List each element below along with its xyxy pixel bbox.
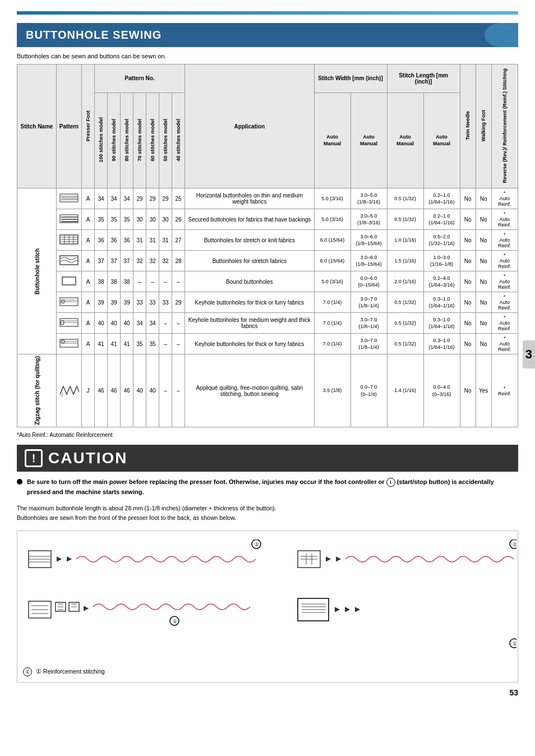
application-cell: Keyhole buttonholes for medium weight an… [185,313,315,334]
sl-auto-cell: 0.5 (1/32) [387,313,423,334]
rev-cell: * Auto Reinf. [491,230,518,251]
svg-text:▶: ▶ [326,555,331,563]
controller-icon: i [386,478,395,487]
pattern-num-cell: 46 [121,354,133,427]
col-40: 40 stitches model [172,93,185,188]
presser-cell: A [82,313,95,334]
svg-text:①: ① [173,619,177,624]
svg-text:▶: ▶ [355,605,361,613]
pattern-icon-cell [57,230,82,251]
pattern-num-cell: 39 [121,292,133,313]
diagram-area: ▶ ▶ ① ▶ ▶ ① ▶ ① [17,531,518,683]
table-row: A39393933333329Keyhole buttonholes for t… [17,292,518,313]
svg-text:▶: ▶ [67,555,72,563]
twin-cell: No [460,313,476,334]
pattern-num-cell: 29 [159,188,172,209]
sw-manual-header: AutoManual [350,93,387,188]
table-row: A36363631313127Buttonholes for stretch o… [17,230,518,251]
pattern-num-cell: – [159,271,172,292]
rev-cell: * Auto Reinf. [491,313,518,334]
sl-auto-cell: 2.0 (1/16) [387,271,423,292]
svg-text:▶: ▶ [57,555,62,563]
twin-cell: No [460,334,476,354]
rev-cell: * Auto Reinf. [491,292,518,313]
table-row: A37373732323228Buttonholes for stretch f… [17,251,518,271]
pattern-num-cell: – [159,334,172,354]
presser-cell: A [82,188,95,209]
pattern-num-cell: 34 [133,313,146,334]
application-cell: Horizontal buttonholes on thin and mediu… [185,188,315,209]
pattern-num-cell: 46 [95,354,108,427]
svg-text:▶: ▶ [336,555,342,563]
col-60: 60 stitches model [146,93,159,188]
col-100: 100 stitches model [95,93,108,188]
walk-cell: No [476,188,491,209]
presser-cell: A [82,251,95,271]
caution-title: CAUTION [48,449,128,467]
pattern-num-cell: 46 [108,354,121,427]
twin-cell: No [460,292,476,313]
pattern-icon-cell [57,292,82,313]
pattern-num-cell: 30 [133,209,146,230]
pattern-num-cell: 34 [146,313,159,334]
pattern-num-cell: 41 [95,334,108,354]
pattern-num-cell: 35 [108,209,121,230]
rev-cell: * Reinf. [491,354,518,427]
sl-auto-cell: 0.5 (1/32) [387,209,423,230]
sw-manual-cell: 3.0–7.0(1/8–1/4) [350,313,387,334]
caution-content: Be sure to turn off the main power befor… [17,477,518,497]
sl-auto-header: AutoManual [387,93,423,188]
table-row: A4141413535––Keyhole buttonholes for thi… [17,334,518,354]
col-header-walking: Walking Foot [476,64,491,188]
col-header-pattern: Pattern [57,64,82,188]
sl-auto-cell: 0.5 (1/32) [387,188,423,209]
twin-cell: No [460,209,476,230]
pattern-num-cell: – [172,334,185,354]
sw-auto-cell: 3.5 (1/8) [314,354,350,427]
chapter-tab: 3 [523,340,535,368]
pattern-num-cell: 35 [95,209,108,230]
sw-manual-cell: 0.0–6.0(0–15/64) [350,271,387,292]
sl-auto-cell: 0.5 (1/32) [387,334,423,354]
pattern-num-cell: 26 [172,209,185,230]
sl-manual-cell: 0.0–4.0(0–3/16) [423,354,460,427]
col-header-stitch-length: Stitch Length [mm (inch)] [387,64,460,93]
walk-cell: Yes [476,354,491,427]
application-cell: Keyhole buttonholes for thick or furry f… [185,292,315,313]
sw-manual-cell: 0.0–7.0(0–1/4) [350,354,387,427]
sw-manual-cell: 3.0–7.0(1/8–1/4) [350,292,387,313]
stitch-group-cell: Buttonhole stitch [17,188,57,354]
top-color-bar [17,11,518,15]
sw-manual-cell: 3.0–6.0(1/8–15/64) [350,251,387,271]
presser-cell: A [82,271,95,292]
col-50: 50 stitches model [159,93,172,188]
sw-manual-cell: 3.0–7.0(1/8–1/4) [350,334,387,354]
bottom-text: The maximum buttonhole length is about 2… [17,504,518,523]
presser-cell: A [82,209,95,230]
pattern-icon-cell [57,188,82,209]
walk-cell: No [476,251,491,271]
pattern-num-cell: 40 [146,354,159,427]
sw-manual-cell: 3.0–6.0(1/8–15/64) [350,230,387,251]
pattern-num-cell: 32 [159,251,172,271]
col-header-reverse: Reverse (Rev.)/ Reinforcement (Reinf.) S… [491,64,518,188]
sw-manual-cell: 3.0–5.0(1/8–3/16) [350,209,387,230]
pattern-icon-cell [57,334,82,354]
pattern-icon-cell [57,271,82,292]
sw-auto-cell: 7.0 (1/4) [314,292,350,313]
bullet-icon [17,479,22,485]
col-90: 90 stitches model [108,93,121,188]
rev-cell: * Auto Reinf. [491,209,518,230]
pattern-num-cell: 36 [95,230,108,251]
pattern-num-cell: 29 [172,292,185,313]
sw-auto-cell: 6.0 (15/64) [314,251,350,271]
walk-cell: No [476,271,491,292]
sw-auto-cell: 6.0 (15/64) [314,230,350,251]
header-decoration [485,23,518,47]
pattern-num-cell: – [172,354,185,427]
sl-manual-cell: 0.5–2.0(1/32–1/16) [423,230,460,251]
application-cell: Bound buttonholes [185,271,315,292]
diagram-svg: ▶ ▶ ① ▶ ▶ ① ▶ ① [23,540,516,663]
twin-cell: No [460,251,476,271]
pattern-num-cell: 33 [159,292,172,313]
